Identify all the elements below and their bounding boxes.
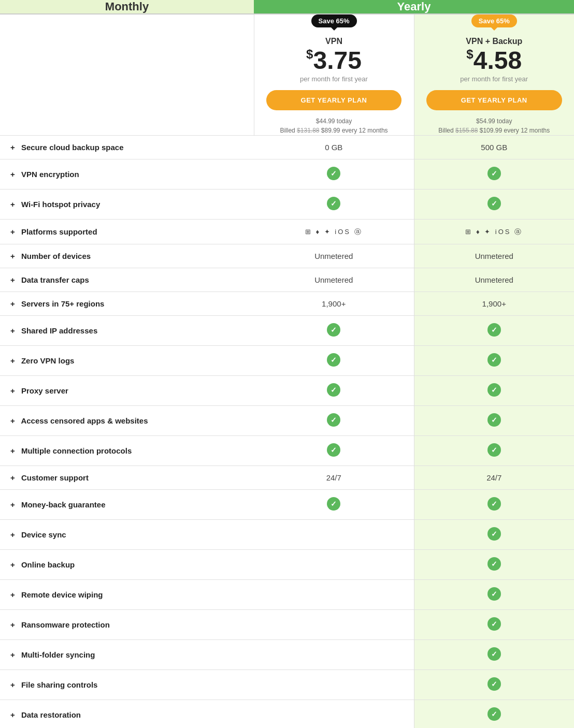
- feature-vpn-value: [254, 406, 414, 436]
- vpn-backup-cta-button[interactable]: GET YEARLY PLAN: [426, 90, 562, 110]
- feature-label: + VPN encryption: [0, 159, 254, 190]
- feature-label: + Multi-folder syncing: [0, 640, 254, 670]
- header-yearly[interactable]: Yearly: [254, 0, 574, 14]
- check-icon: [487, 443, 501, 457]
- feature-label: + File sharing controls: [0, 670, 254, 700]
- feature-row: + Servers in 75+ regions1,900+1,900+: [0, 292, 574, 316]
- feature-row: + Customer support24/724/7: [0, 466, 574, 490]
- plus-icon: +: [10, 590, 15, 599]
- feature-vpn-backup-value: [414, 376, 574, 406]
- feature-vpn-backup-value: Unmetered: [414, 244, 574, 268]
- feature-label: + Money-back guarantee: [0, 490, 254, 520]
- feature-row: + Online backup: [0, 550, 574, 580]
- feature-vpn-backup-value: 500 GB: [414, 136, 574, 159]
- vpn-backup-billing-info: $54.99 today Billed $155.88 $109.99 ever…: [414, 117, 575, 135]
- feature-vpn-backup-value: [414, 580, 574, 610]
- check-icon: [487, 587, 501, 601]
- plus-icon: +: [10, 710, 15, 719]
- check-icon: [487, 707, 501, 721]
- plus-icon: +: [10, 500, 15, 509]
- feature-vpn-value: Unmetered: [254, 244, 414, 268]
- feature-vpn-value: [254, 190, 414, 220]
- feature-row: + VPN encryption: [0, 159, 574, 190]
- check-icon: [327, 413, 340, 427]
- vpn-backup-plan-name: VPN + Backup: [414, 37, 575, 46]
- feature-label: + Access censored apps & websites: [0, 406, 254, 436]
- vpn-plan-name: VPN: [254, 37, 414, 46]
- pricing-vpn-backup-column: Save 65% VPN + Backup $4.58 per month fo…: [414, 14, 574, 136]
- plus-icon: +: [10, 446, 15, 455]
- feature-label: + Data restoration: [0, 700, 254, 729]
- feature-row: + Remote device wiping: [0, 580, 574, 610]
- feature-label: + Proxy server: [0, 376, 254, 406]
- pricing-empty: [0, 14, 254, 136]
- feature-label: + Secure cloud backup space: [0, 136, 254, 159]
- feature-vpn-value: [254, 640, 414, 670]
- check-icon: [487, 353, 501, 367]
- feature-label: + Servers in 75+ regions: [0, 292, 254, 316]
- feature-vpn-value: [254, 610, 414, 640]
- plus-icon: +: [10, 473, 15, 482]
- check-icon: [487, 167, 501, 180]
- vpn-save-badge: Save 65%: [254, 14, 414, 32]
- feature-vpn-value: [254, 700, 414, 729]
- check-icon: [487, 197, 501, 210]
- vpn-currency: $: [306, 47, 313, 61]
- feature-row: + Data restoration: [0, 700, 574, 729]
- comparison-table: Monthly Yearly Save 65% VPN $3.75 per mo…: [0, 0, 574, 728]
- feature-vpn-value: [254, 159, 414, 190]
- check-icon: [327, 353, 340, 367]
- feature-row: + Platforms supported⊞ ♦ ✦ iOS ⓐ⊞ ♦ ✦ iO…: [0, 220, 574, 244]
- vpn-backup-plan-period: per month for first year: [414, 75, 575, 83]
- feature-row: + Device sync: [0, 520, 574, 550]
- vpn-billing-info: $44.99 today Billed $131.88 $89.99 every…: [254, 117, 414, 135]
- plus-icon: +: [10, 560, 15, 569]
- feature-row: + File sharing controls: [0, 670, 574, 700]
- check-icon: [487, 647, 501, 661]
- platform-icons: ⊞ ♦ ✦ iOS ⓐ: [305, 228, 363, 236]
- feature-vpn-backup-value: [414, 346, 574, 376]
- plus-icon: +: [10, 386, 15, 395]
- feature-row: + Proxy server: [0, 376, 574, 406]
- plus-icon: +: [10, 530, 15, 539]
- feature-vpn-value: [254, 580, 414, 610]
- feature-vpn-value: [254, 436, 414, 466]
- check-icon: [487, 557, 501, 571]
- plus-icon: +: [10, 227, 15, 236]
- feature-row: + Shared IP addresses: [0, 316, 574, 346]
- feature-label: + Data transfer caps: [0, 268, 254, 292]
- plus-icon: +: [10, 650, 15, 659]
- vpn-cta-button[interactable]: GET YEARLY PLAN: [266, 90, 402, 110]
- plus-icon: +: [10, 275, 15, 284]
- feature-label: + Online backup: [0, 550, 254, 580]
- feature-vpn-backup-value: [414, 490, 574, 520]
- plus-icon: +: [10, 680, 15, 689]
- feature-label: + Wi-Fi hotspot privacy: [0, 190, 254, 220]
- feature-vpn-value: [254, 316, 414, 346]
- platform-icons: ⊞ ♦ ✦ iOS ⓐ: [465, 228, 523, 236]
- feature-vpn-backup-value: [414, 670, 574, 700]
- feature-vpn-backup-value: 24/7: [414, 466, 574, 490]
- feature-row: + Ransomware protection: [0, 610, 574, 640]
- check-icon: [487, 617, 501, 631]
- feature-vpn-value: [254, 520, 414, 550]
- plus-icon: +: [10, 252, 15, 260]
- plus-icon: +: [10, 620, 15, 629]
- feature-label: + Shared IP addresses: [0, 316, 254, 346]
- feature-row: + Data transfer capsUnmeteredUnmetered: [0, 268, 574, 292]
- check-icon: [327, 167, 340, 180]
- check-icon: [487, 323, 501, 337]
- feature-label: + Number of devices: [0, 244, 254, 268]
- header-monthly[interactable]: Monthly: [0, 0, 254, 14]
- feature-vpn-value: 24/7: [254, 466, 414, 490]
- check-icon: [487, 677, 501, 691]
- feature-label: + Remote device wiping: [0, 580, 254, 610]
- feature-vpn-value: Unmetered: [254, 268, 414, 292]
- vpn-plan-price: $3.75: [254, 48, 414, 73]
- feature-vpn-backup-value: Unmetered: [414, 268, 574, 292]
- feature-row: + Money-back guarantee: [0, 490, 574, 520]
- feature-vpn-value: [254, 490, 414, 520]
- feature-label: + Ransomware protection: [0, 610, 254, 640]
- feature-vpn-backup-value: [414, 316, 574, 346]
- vpn-backup-plan-price: $4.58: [414, 48, 575, 73]
